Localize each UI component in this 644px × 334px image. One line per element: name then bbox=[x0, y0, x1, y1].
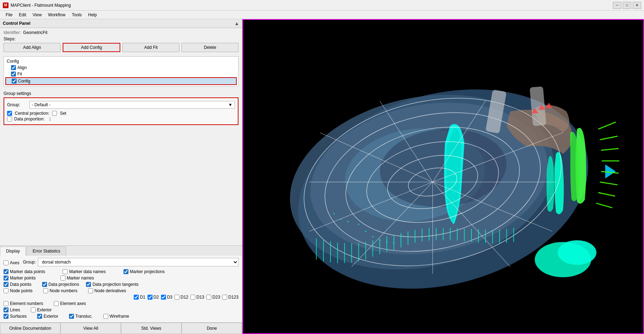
data-projection-tangents-checkbox[interactable] bbox=[86, 282, 91, 287]
data-row-1: Data points Data projections Data projec… bbox=[4, 282, 238, 287]
element-axes-checkbox[interactable] bbox=[54, 301, 59, 306]
steps-buttons: Add Align Add Config Add Fit Delete bbox=[4, 43, 238, 52]
d23-checkbox[interactable] bbox=[206, 295, 211, 300]
config-fit-item[interactable]: Fit bbox=[5, 71, 237, 77]
group-settings-label: Group settings bbox=[4, 91, 238, 96]
config-align-item[interactable]: Align bbox=[5, 64, 237, 71]
svg-point-76 bbox=[558, 240, 597, 265]
surfaces-exterior-checkbox[interactable] bbox=[37, 314, 42, 319]
config-config-item[interactable]: Config bbox=[5, 77, 237, 85]
marker-data-names-checkbox[interactable] bbox=[63, 269, 68, 274]
d13-checkbox[interactable] bbox=[190, 295, 195, 300]
marker-points-label: Marker points bbox=[10, 276, 36, 281]
element-axes-label: Element axes bbox=[60, 301, 86, 306]
axes-item: Axes bbox=[4, 260, 19, 265]
svg-point-25 bbox=[358, 223, 360, 225]
central-projection-checkbox[interactable] bbox=[7, 111, 12, 116]
wireframe-checkbox[interactable] bbox=[103, 314, 108, 319]
group-settings-area: Group settings Group: - Default - ▼ Cent… bbox=[0, 89, 242, 245]
maximize-button[interactable]: □ bbox=[623, 2, 631, 9]
element-numbers-checkbox[interactable] bbox=[4, 301, 8, 306]
main-container: Control Panel ▲ Identifier: GeometricFit… bbox=[0, 19, 644, 334]
data-points-checkbox[interactable] bbox=[4, 282, 8, 287]
online-doc-button[interactable]: Online Documentation bbox=[0, 323, 61, 334]
axes-label: Axes bbox=[10, 260, 19, 265]
data-points-label: Data points bbox=[10, 282, 31, 287]
std-views-button[interactable]: Std. Views bbox=[121, 323, 182, 334]
group-select-dropdown[interactable]: dorsal stomach ventral stomach default bbox=[38, 258, 238, 266]
tab-display[interactable]: Display bbox=[0, 247, 26, 256]
minimize-button[interactable]: ─ bbox=[613, 2, 621, 9]
steps-area: Identifier: GeometricFit Steps: Add Alig… bbox=[0, 28, 242, 54]
view-all-button[interactable]: View All bbox=[61, 323, 121, 334]
axes-checkbox[interactable] bbox=[4, 260, 8, 265]
surfaces-label: Surfaces bbox=[10, 314, 27, 319]
3d-viewport bbox=[242, 19, 644, 334]
dropdown-chevron-icon: ▼ bbox=[228, 102, 232, 107]
node-points-checkbox[interactable] bbox=[4, 288, 8, 293]
surfaces-exterior-label: Exterior bbox=[44, 314, 58, 319]
element-row: Element numbers Element axes bbox=[4, 301, 238, 306]
title-bar-left: M MAPClient - Flatmount Mapping bbox=[3, 2, 71, 8]
close-button[interactable]: ✕ bbox=[633, 2, 641, 9]
group-dropdown[interactable]: - Default - ▼ bbox=[29, 101, 235, 109]
transluc-checkbox[interactable] bbox=[69, 314, 74, 319]
node-points-item: Node points bbox=[4, 288, 33, 293]
node-derivatives-checkbox[interactable] bbox=[88, 288, 93, 293]
lines-exterior-checkbox[interactable] bbox=[31, 307, 36, 312]
config-align-checkbox[interactable] bbox=[11, 65, 16, 70]
svg-point-27 bbox=[372, 236, 373, 237]
surfaces-checkbox[interactable] bbox=[4, 314, 8, 319]
left-panel: Control Panel ▲ Identifier: GeometricFit… bbox=[0, 19, 242, 334]
svg-point-32 bbox=[340, 218, 342, 220]
marker-data-points-label: Marker data points bbox=[10, 269, 45, 274]
marker-data-names-label: Marker data names bbox=[69, 269, 105, 274]
d12-checkbox[interactable] bbox=[174, 295, 179, 300]
node-derivatives-item: Node derivatives bbox=[88, 288, 126, 293]
marker-data-points-item: Marker data points bbox=[4, 269, 45, 274]
marker-points-checkbox[interactable] bbox=[4, 276, 8, 281]
d-buttons-row: D1 D2 D3 D12 bbox=[4, 295, 238, 300]
marker-projections-checkbox[interactable] bbox=[123, 269, 128, 274]
tab-error-statistics[interactable]: Error Statistics bbox=[27, 247, 66, 256]
panel-resize-icon[interactable]: ▲ bbox=[234, 21, 239, 26]
menu-tools[interactable]: Tools bbox=[69, 12, 85, 18]
data-proportion-checkbox[interactable] bbox=[7, 117, 12, 121]
identifier-row: Identifier: GeometricFit bbox=[4, 30, 238, 35]
surfaces-item: Surfaces bbox=[4, 314, 27, 319]
node-numbers-checkbox[interactable] bbox=[43, 288, 48, 293]
config-fit-label: Fit bbox=[17, 72, 22, 77]
menu-workflow[interactable]: Workflow bbox=[45, 12, 68, 18]
display-content: Axes Group: dorsal stomach ventral stoma… bbox=[0, 256, 242, 322]
svg-point-33 bbox=[347, 221, 349, 222]
d2-item: D2 bbox=[148, 295, 159, 300]
d1-checkbox[interactable] bbox=[134, 295, 139, 300]
d3-checkbox[interactable] bbox=[161, 295, 166, 300]
identifier-value: GeometricFit bbox=[23, 30, 47, 35]
marker-names-checkbox[interactable] bbox=[61, 276, 65, 281]
element-numbers-item: Element numbers bbox=[4, 301, 43, 306]
data-projections-checkbox[interactable] bbox=[42, 282, 47, 287]
set-checkbox[interactable] bbox=[52, 111, 57, 116]
marker-data-points-checkbox[interactable] bbox=[4, 269, 8, 274]
add-fit-button[interactable]: Add Fit bbox=[122, 43, 179, 52]
menu-help[interactable]: Help bbox=[85, 12, 100, 18]
d12-label: D12 bbox=[180, 295, 188, 300]
done-button[interactable]: Done bbox=[182, 323, 242, 334]
set-label: Set bbox=[60, 111, 66, 116]
config-config-label: Config bbox=[18, 79, 30, 84]
d2-checkbox[interactable] bbox=[148, 295, 153, 300]
marker-points-item: Marker points bbox=[4, 276, 36, 281]
add-config-button[interactable]: Add Config bbox=[63, 43, 120, 52]
menu-file[interactable]: File bbox=[3, 12, 15, 18]
add-align-button[interactable]: Add Align bbox=[4, 43, 61, 52]
steps-label: Steps: bbox=[4, 36, 238, 41]
lines-checkbox[interactable] bbox=[4, 307, 8, 312]
marker-names-label: Marker names bbox=[67, 276, 94, 281]
d123-checkbox[interactable] bbox=[222, 295, 227, 300]
delete-button[interactable]: Delete bbox=[182, 43, 238, 52]
menu-edit[interactable]: Edit bbox=[16, 12, 29, 18]
config-fit-checkbox[interactable] bbox=[11, 72, 16, 77]
menu-view[interactable]: View bbox=[30, 12, 45, 18]
config-config-checkbox[interactable] bbox=[12, 79, 17, 84]
